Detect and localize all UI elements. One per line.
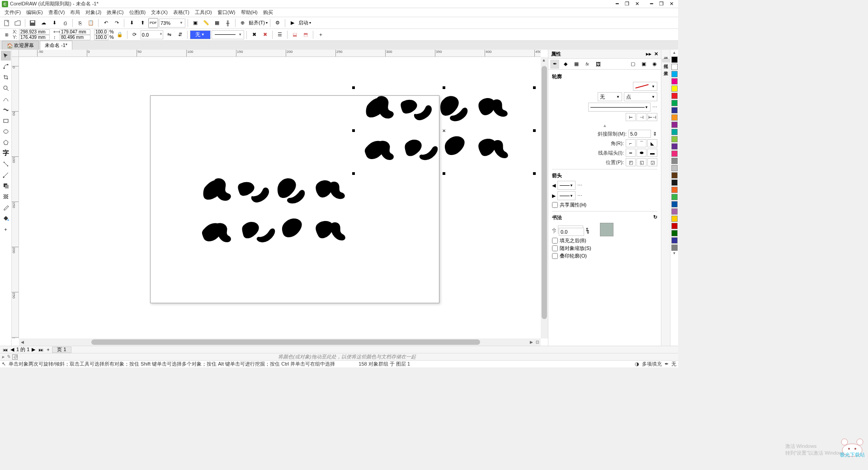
rulers-icon[interactable]: 📏 [201,18,211,28]
tab-document[interactable]: 未命名 -1* [40,41,72,50]
style-more-icon[interactable]: ⋯ [652,104,657,110]
swatch[interactable] [671,158,678,164]
swatch[interactable] [671,165,678,171]
new-button[interactable] [2,18,12,28]
maximize-button[interactable]: ❐ [656,1,666,7]
swatch[interactable] [671,150,678,157]
freehand-tool[interactable] [1,94,11,104]
menu-buy[interactable]: 购买 [260,9,276,16]
palette-up-icon[interactable]: ▲ [673,51,676,56]
palette-down-icon[interactable]: ▼ [673,251,676,257]
ruler-horizontal[interactable]: -50050100150200250300350400450 [19,50,541,57]
reset-icon[interactable]: ↻ [653,214,657,221]
page-first-icon[interactable]: ⏮ [2,347,8,353]
wrap2-icon[interactable]: ✖ [260,30,270,40]
overprint-check[interactable] [552,253,558,259]
swatch[interactable] [671,129,678,135]
eyedropper-tool[interactable] [1,202,11,212]
shape-tool[interactable] [1,61,11,71]
align-icon[interactable]: ☰ [275,30,285,40]
child-minimize[interactable]: ━ [612,1,622,7]
outline-style-sel[interactable]: ▼ [588,103,651,112]
mirror-h-icon[interactable]: ⇋ [164,30,174,40]
swatch[interactable] [671,223,678,229]
swatch[interactable] [671,237,678,244]
text-tool[interactable]: 字 [1,148,11,158]
docker-hints[interactable]: 提示 [662,52,670,55]
cloud-down-icon[interactable]: ⬇ [49,18,59,28]
nav-icon[interactable]: ⊡ [534,339,541,345]
arrow-start-more[interactable]: ⋯ [577,183,582,188]
scrollbar-h[interactable]: ◀ ▶ ⊡ [19,338,541,346]
menu-layout[interactable]: 布局 [67,9,83,16]
page-tab[interactable]: 页 1 [52,347,71,353]
scroll-right-icon[interactable]: ▶ [528,339,534,345]
view-mode1-icon[interactable]: ▢ [628,60,637,69]
swatch[interactable] [671,216,678,222]
arrow-start-sel[interactable]: ▼ [557,181,576,190]
fill-behind-check[interactable] [552,238,558,244]
launch-icon[interactable]: ▶ [288,18,297,28]
artistic-tool[interactable] [1,105,11,115]
pick-tool[interactable] [1,51,11,61]
parallel-dim-tool[interactable] [1,159,11,169]
swatch[interactable] [671,78,678,85]
y-input[interactable] [19,35,50,40]
cloud-up-icon[interactable]: ☁ [38,18,48,28]
print-button[interactable]: ⎙ [60,18,70,28]
dash-mode-2[interactable]: ⊣ [637,113,646,121]
dropshadow-tool[interactable] [1,181,11,191]
arrow-end-sel[interactable]: ▼ [557,191,576,200]
close-button[interactable]: ✕ [666,1,676,7]
wrap-icon[interactable]: ✖ [249,30,259,40]
swatch[interactable] [671,172,678,179]
fullscreen-icon[interactable]: ▣ [190,18,200,28]
zoom-tool[interactable] [1,83,11,93]
doc-pal-none-icon[interactable]: ⊘ [12,354,18,360]
menu-file[interactable]: 文件(F) [2,9,24,16]
pos-outside[interactable]: ◰ [626,158,636,166]
handle-n[interactable] [443,86,445,89]
angle-input[interactable] [559,228,584,236]
outline-unit-sel[interactable]: 点▼ [624,92,657,101]
handle-se[interactable] [533,172,536,175]
pos-center[interactable]: ◱ [637,158,646,166]
swatch[interactable] [671,244,678,251]
cap-round[interactable]: ⬬ [637,149,646,157]
page-last-icon[interactable]: ⏭ [38,347,44,353]
handle-s[interactable] [443,172,445,175]
menu-text[interactable]: 文本(X) [148,9,170,16]
outline-none-combo[interactable]: 无▼ [190,30,211,39]
docker-effects[interactable]: 效果 [662,66,670,70]
polygon-tool[interactable] [1,137,11,147]
cap-square[interactable]: ▬ [647,149,657,157]
swatch[interactable] [671,187,678,193]
outline-width-combo[interactable]: ▼ [212,30,244,39]
corner-miter[interactable]: ⌐ [626,139,636,147]
tab-welcome[interactable]: 🏠欢迎屏幕 [2,41,39,50]
transparency-tool[interactable] [1,192,11,202]
docker-props[interactable]: 属性 [662,59,670,62]
swatch[interactable] [671,201,678,207]
dash-mode-1[interactable]: ⊢ [626,113,636,121]
paste-button[interactable]: 📋 [86,18,96,28]
scale-with-check[interactable] [552,245,558,251]
arrow-end-more[interactable]: ⋯ [577,193,582,199]
scrollbar-v[interactable]: ▲ [541,57,548,338]
doc-pal-menu-icon[interactable]: ▸ [2,354,5,360]
view-mode3-icon[interactable]: ◉ [650,60,659,69]
dash-mode-3[interactable]: ⊢⊣ [647,113,657,121]
menu-help[interactable]: 帮助(H) [238,9,260,16]
sx-input[interactable] [94,29,108,35]
minimize-button[interactable]: ━ [646,1,656,7]
child-maximize[interactable]: ❐ [622,1,632,7]
order-back-icon[interactable]: ⬒ [301,30,311,40]
swatch[interactable] [671,136,678,142]
swatch[interactable] [671,100,678,106]
child-close[interactable]: ✕ [632,1,642,7]
handle-center[interactable]: ✕ [442,128,446,133]
menu-edit[interactable]: 编辑(E) [24,9,46,16]
handle-sw[interactable] [352,172,355,175]
tab-fx-icon[interactable]: fx [583,60,592,69]
scroll-up-icon[interactable]: ▲ [541,57,547,63]
